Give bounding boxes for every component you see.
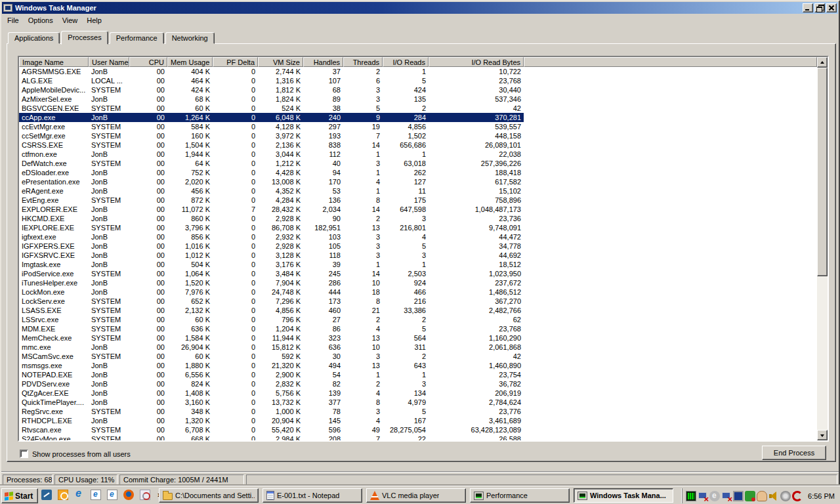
network-error-tray-icon[interactable] <box>721 491 732 501</box>
internet-explorer-icon[interactable] <box>74 490 85 500</box>
process-row[interactable]: eRAgent.exeJonB00456 K04,352 K5311115,10… <box>19 186 524 196</box>
process-row[interactable]: MSCamSvc.exeSYSTEM0060 K0592 K303242 <box>19 352 524 361</box>
process-row[interactable]: Rtvscan.exeSYSTEM006,708 K055,420 K59649… <box>19 425 524 434</box>
show-desktop-icon[interactable] <box>41 490 52 500</box>
tab-performance[interactable]: Performance <box>110 32 164 44</box>
process-row[interactable]: IGFXSRVC.EXEJonB001,012 K03,128 K1183344… <box>19 251 524 260</box>
process-row[interactable]: LSSrvc.exeSYSTEM0060 K0796 K272262 <box>19 315 524 324</box>
column-header-handles[interactable]: Handles <box>303 57 343 67</box>
process-row[interactable]: AzMixerSel.exeJonB0068 K01,824 K89313553… <box>19 94 524 104</box>
process-cell-user-name: JonB <box>89 370 129 379</box>
scroll-down-arrow-icon[interactable] <box>817 430 828 440</box>
column-header-vm-size[interactable]: VM Size <box>258 57 303 67</box>
antivirus-tray-icon[interactable] <box>745 491 755 501</box>
process-row[interactable]: HKCMD.EXEJonB00860 K02,928 K902323,736 <box>19 214 524 223</box>
column-header-cpu[interactable]: CPU <box>129 57 167 67</box>
process-row[interactable]: ccSetMgr.exeSYSTEM00160 K03,972 K19371,5… <box>19 131 524 140</box>
menu-view[interactable]: View <box>58 16 83 25</box>
process-row[interactable]: Imgtask.exeJonB00504 K03,176 K391118,512 <box>19 260 524 269</box>
process-row[interactable]: eDSloader.exeJonB00752 K04,428 K94126218… <box>19 168 524 177</box>
title-bar[interactable]: Windows Task Manager <box>2 2 838 14</box>
process-row[interactable]: QuickTimePlayer....JonB003,160 K013,732 … <box>19 398 524 407</box>
process-row[interactable]: RTHDCPL.EXEJonB001,320 K020,904 K1454167… <box>19 416 524 425</box>
process-row[interactable]: CSRSS.EXESYSTEM001,504 K02,136 K83814656… <box>19 140 524 150</box>
taskbar-button-e-001-txt-notepad[interactable]: E-001.txt - Notepad <box>262 488 362 503</box>
process-row[interactable]: ePresentation.exeJonB002,020 K013,008 K1… <box>19 177 524 186</box>
quicktime-icon[interactable] <box>140 490 150 500</box>
menu-help[interactable]: Help <box>82 16 106 25</box>
show-all-users-checkbox[interactable] <box>20 450 28 458</box>
menu-file[interactable]: File <box>3 16 24 25</box>
tab-applications[interactable]: Applications <box>8 32 60 44</box>
column-header-image-name[interactable]: Image Name <box>19 57 89 67</box>
process-row[interactable]: BGSVCGEN.EXESYSTEM0060 K0524 K385242 <box>19 104 524 113</box>
tab-networking[interactable]: Networking <box>165 32 215 44</box>
column-header-mem-usage[interactable]: Mem Usage <box>167 57 213 67</box>
close-button[interactable] <box>826 3 837 12</box>
cpu-meter-tray-icon[interactable] <box>686 491 696 501</box>
process-row[interactable]: IGFXPERS.EXEJonB001,016 K02,928 K1053534… <box>19 242 524 251</box>
process-row[interactable]: iPodService.exeSYSTEM001,064 K03,484 K24… <box>19 269 524 278</box>
process-row[interactable]: ALG.EXELOCAL ...00464 K01,316 K1076523,7… <box>19 76 524 85</box>
process-row[interactable]: LSASS.EXESYSTEM002,132 K04,856 K4602133,… <box>19 306 524 315</box>
task-button-label: C:\Documents and Setti... <box>175 492 255 499</box>
disc-tray-icon[interactable] <box>780 491 791 501</box>
menu-options[interactable]: Options <box>24 16 58 25</box>
taskbar-button-vlc-media-player[interactable]: VLC media player <box>366 488 466 503</box>
process-row[interactable]: RegSrvc.exeSYSTEM00348 K01,000 K783523,7… <box>19 407 524 416</box>
restore-button[interactable] <box>814 3 825 12</box>
tab-processes[interactable]: Processes <box>61 31 108 45</box>
process-row[interactable]: msmsgs.exeJonB001,880 K021,320 K49413643… <box>19 361 524 370</box>
taskbar-button-c-documents-and-setti[interactable]: C:\Documents and Setti... <box>159 488 259 503</box>
column-header-user-name[interactable]: User Name <box>89 57 129 67</box>
process-row[interactable]: LockMon.exeJonB007,976 K024,748 K4441846… <box>19 287 524 297</box>
process-row[interactable]: LockServ.exeSYSTEM00652 K07,296 K1738216… <box>19 297 524 306</box>
vertical-scrollbar[interactable] <box>817 57 828 440</box>
minimize-button[interactable] <box>803 3 813 12</box>
process-row[interactable]: S24EvMon.exeSYSTEM00668 K02,984 K2087222… <box>19 434 524 440</box>
ie-document-icon[interactable] <box>91 490 101 500</box>
process-row[interactable]: igfxext.exeJonB00856 K02,932 K1033444,47… <box>19 232 524 242</box>
column-header-i-o-read-bytes[interactable]: I/O Read Bytes <box>429 57 524 67</box>
status-panel-processes: Processes: 68 <box>3 474 52 485</box>
scroll-up-arrow-icon[interactable] <box>817 57 828 68</box>
process-row[interactable]: ccEvtMgr.exeSYSTEM00584 K04,128 K297194,… <box>19 122 524 131</box>
process-row[interactable]: ctfmon.exeJonB001,944 K03,044 K1121122,0… <box>19 150 524 159</box>
process-cell-cpu: 00 <box>129 223 167 232</box>
process-row[interactable]: iTunesHelper.exeJonB001,520 K07,904 K286… <box>19 278 524 287</box>
process-row[interactable]: EvtEng.exeSYSTEM00872 K04,284 K136817575… <box>19 196 524 205</box>
process-cell-i-o-read-bytes: 34,778 <box>429 242 524 251</box>
safely-remove-tray-icon[interactable] <box>792 491 803 501</box>
firefox-icon[interactable] <box>123 490 134 500</box>
process-row[interactable]: PDVDServ.exeJonB00824 K02,832 K822336,78… <box>19 379 524 388</box>
scrollbar-thumb[interactable] <box>817 68 828 276</box>
display-tray-icon[interactable] <box>733 491 744 501</box>
process-cell-user-name: JonB <box>89 361 129 370</box>
updates-tray-icon[interactable] <box>709 491 720 501</box>
process-row[interactable]: EXPLORER.EXEJonB0011,072 K728,432 K2,034… <box>19 205 524 214</box>
process-cell-cpu: 00 <box>129 251 167 260</box>
media-player-clock-icon[interactable] <box>58 490 68 500</box>
process-row[interactable]: IEXPLORE.EXESYSTEM003,796 K086,708 K182,… <box>19 223 524 232</box>
end-process-button[interactable]: End Process <box>762 446 826 460</box>
process-row[interactable]: MemCheck.exeSYSTEM001,584 K011,944 K3231… <box>19 333 524 343</box>
process-row[interactable]: MDM.EXESYSTEM00636 K01,204 K864523,768 <box>19 324 524 333</box>
column-header-pf-delta[interactable]: PF Delta <box>213 57 258 67</box>
scheduler-hand-tray-icon[interactable] <box>757 491 767 501</box>
process-row[interactable]: NOTEPAD.EXEJonB006,556 K02,900 K541123,7… <box>19 370 524 379</box>
start-button[interactable]: Start <box>1 488 38 503</box>
column-header-threads[interactable]: Threads <box>343 57 383 67</box>
process-cell-handles: 54 <box>303 370 343 379</box>
process-row[interactable]: DefWatch.exeSYSTEM0064 K01,212 K40363,01… <box>19 159 524 168</box>
network-disconnected-tray-icon[interactable] <box>698 491 708 501</box>
column-header-i-o-reads[interactable]: I/O Reads <box>383 57 429 67</box>
volume-tray-icon[interactable] <box>768 491 779 501</box>
process-row[interactable]: mmc.exeJonB0026,904 K015,812 K636103112,… <box>19 343 524 352</box>
process-row[interactable]: ccApp.exeJonB001,264 K06,048 K2409284370… <box>19 113 524 122</box>
process-row[interactable]: QtZgAcer.EXEJonB001,408 K05,756 K1394134… <box>19 388 524 398</box>
process-row[interactable]: AppleMobileDevic...SYSTEM00424 K01,812 K… <box>19 85 524 94</box>
taskbar-button-performance[interactable]: Performance <box>470 488 570 503</box>
process-row[interactable]: AGRSMMSG.EXEJonB00404 K02,744 K372110,72… <box>19 67 524 76</box>
taskbar-button-windows-task-mana[interactable]: Windows Task Mana... <box>574 488 673 503</box>
ie-document-alt-icon[interactable] <box>107 490 117 500</box>
